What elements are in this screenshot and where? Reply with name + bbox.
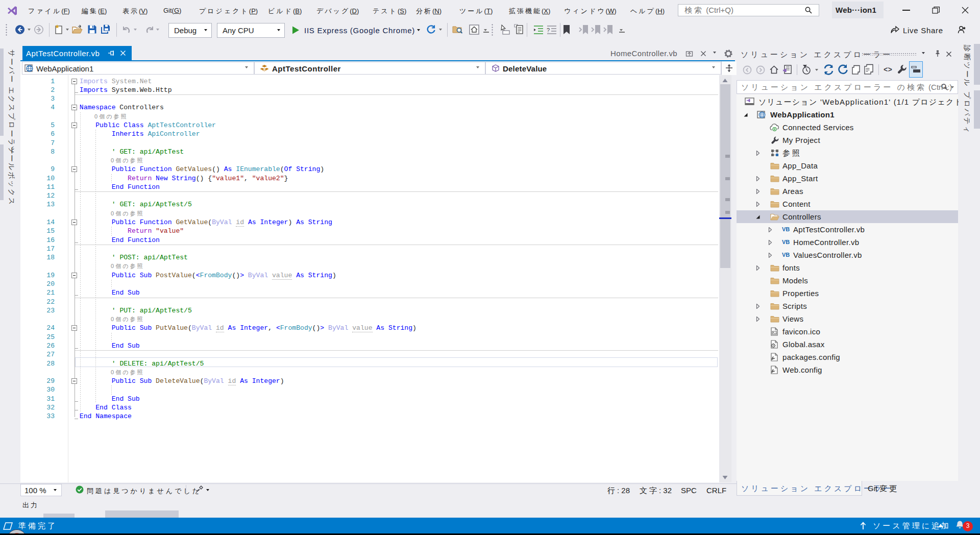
svg-text:?: ? xyxy=(547,27,550,33)
